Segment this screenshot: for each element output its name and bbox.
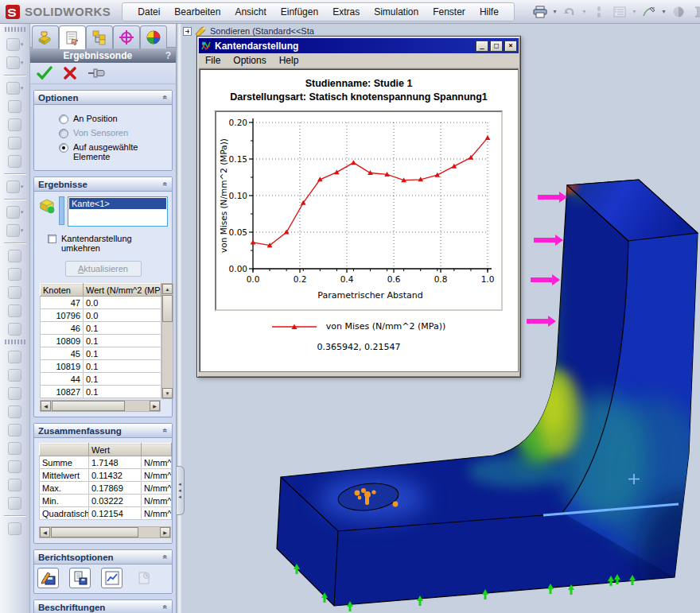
node-table-row[interactable]: 440.1: [41, 373, 161, 386]
summary-table-header[interactable]: [142, 444, 172, 456]
node-table-row[interactable]: 108190.1: [41, 360, 161, 373]
probe-chart-window[interactable]: Kantendarstellung _ □ × FileOptionsHelp …: [196, 36, 521, 378]
toolbar-icon[interactable]: [3, 283, 27, 301]
toolbar-icon[interactable]: [3, 97, 27, 115]
sketch-dropdown-caret[interactable]: ▾: [660, 2, 667, 21]
toolbar-drag-handle[interactable]: [5, 339, 25, 344]
toolbar-icon[interactable]: [3, 384, 27, 402]
toolbar-drag-handle[interactable]: [5, 27, 25, 32]
toolbar-icon[interactable]: ▾: [3, 203, 27, 221]
summary-table-hscrollbar[interactable]: ◀ ▶: [39, 526, 171, 538]
summary-table-row[interactable]: Max.0.17869N/mm^: [40, 482, 172, 495]
shaded-sphere-icon[interactable]: [669, 2, 688, 21]
texture-icon[interactable]: [690, 2, 700, 21]
window-titlebar[interactable]: Kantendarstellung _ □ ×: [199, 38, 519, 53]
node-table-row[interactable]: 450.1: [41, 347, 161, 360]
summary-table-header[interactable]: [40, 444, 89, 456]
toolbar-icon[interactable]: [3, 457, 27, 475]
options-dropdown-caret[interactable]: ▾: [631, 2, 638, 21]
toolbar-icon[interactable]: ▾: [3, 53, 27, 72]
toolbar-icon[interactable]: [3, 366, 27, 384]
node-table-hscrollbar[interactable]: ◀ ▶: [40, 400, 161, 412]
close-button[interactable]: ×: [504, 41, 517, 52]
node-table-header[interactable]: Knoten: [41, 284, 84, 297]
radio-option-0[interactable]: An Position: [59, 114, 168, 124]
reverse-edge-checkbox[interactable]: [48, 235, 56, 243]
toolbar-icon[interactable]: [3, 301, 27, 320]
window-menu-file[interactable]: File: [199, 53, 227, 68]
reverse-edge-checkbox-row[interactable]: Kantendarstellung umkehren: [48, 234, 168, 253]
radio-button[interactable]: [59, 114, 68, 124]
selected-entity[interactable]: Kante<1>: [69, 198, 166, 209]
feature-tree-item[interactable]: Sondieren (Standard<<Sta: [183, 25, 314, 37]
node-table-row[interactable]: 460.1: [41, 322, 161, 335]
summary-table-row[interactable]: Mittelwert0.11432N/mm^: [40, 469, 172, 482]
toolbar-icon[interactable]: [3, 439, 27, 457]
node-table-row[interactable]: 108090.1: [41, 335, 161, 347]
toolbar-icon[interactable]: ▾: [3, 221, 27, 239]
menu-item-simulation[interactable]: Simulation: [367, 5, 426, 19]
radio-option-2[interactable]: Auf ausgewählte Elemente: [59, 142, 168, 161]
summary-table-header[interactable]: Wert: [89, 444, 142, 456]
toolbar-icon[interactable]: [3, 320, 27, 338]
menu-item-ansicht[interactable]: Ansicht: [228, 5, 273, 19]
ok-button[interactable]: [37, 66, 52, 80]
tree-expand-icon[interactable]: [183, 27, 192, 36]
undo-dropdown-caret[interactable]: ▾: [581, 2, 588, 21]
minimize-button[interactable]: _: [476, 41, 488, 52]
toolbar-icon[interactable]: [3, 152, 27, 170]
update-button[interactable]: Aktualisieren: [65, 261, 142, 277]
toolbar-icon[interactable]: ▾: [3, 79, 27, 97]
node-table-row[interactable]: 107960.0: [41, 309, 161, 322]
toolbar-icon[interactable]: [3, 421, 27, 439]
graphics-viewport[interactable]: ◂◂◂ Sondieren (Standard<<Sta: [177, 24, 700, 613]
undo-icon[interactable]: [560, 2, 579, 21]
options-list-icon[interactable]: [610, 2, 629, 21]
toolbar-dropdown-caret[interactable]: ▾: [21, 41, 24, 48]
menu-item-datei[interactable]: Datei: [130, 5, 167, 19]
tab-configurationmanager[interactable]: [86, 25, 113, 48]
print-icon[interactable]: [531, 2, 550, 21]
node-table-row[interactable]: 470.0: [41, 297, 161, 309]
toolbar-dropdown-caret[interactable]: ▾: [21, 227, 24, 234]
cancel-button[interactable]: [63, 66, 77, 80]
tab-displaymanager[interactable]: [140, 25, 167, 48]
toolbar-icon[interactable]: ▾: [3, 35, 27, 53]
save-results-button[interactable]: [37, 568, 59, 588]
tab-featuremanager[interactable]: [32, 25, 59, 48]
toolbar-icon[interactable]: [3, 475, 27, 494]
toolbar-dropdown-caret[interactable]: ▾: [21, 209, 24, 215]
report-button[interactable]: [69, 568, 91, 588]
report-history-button[interactable]: [133, 568, 154, 588]
toolbar-dropdown-caret[interactable]: ▾: [21, 184, 24, 190]
select-tool-icon[interactable]: [589, 2, 609, 21]
toolbar-icon[interactable]: [3, 265, 27, 283]
menu-item-einfügen[interactable]: Einfügen: [274, 5, 325, 19]
panel-splitter-handle[interactable]: ◂◂◂: [177, 466, 185, 515]
help-icon[interactable]: ?: [165, 50, 176, 61]
toolbar-icon[interactable]: [3, 519, 27, 537]
tab-dimxpert[interactable]: [113, 25, 140, 48]
plot-results-button[interactable]: [101, 568, 122, 588]
radio-button[interactable]: [59, 143, 68, 153]
group-beschriftungen-header[interactable]: Beschriftungen «: [34, 600, 172, 613]
menu-item-bearbeiten[interactable]: Bearbeiten: [167, 5, 228, 19]
toolbar-dropdown-caret[interactable]: ▾: [21, 60, 24, 66]
menu-item-fenster[interactable]: Fenster: [426, 5, 472, 19]
summary-table-row[interactable]: Min.0.03222N/mm^: [40, 495, 172, 507]
maximize-button[interactable]: □: [490, 41, 503, 52]
node-table-vscrollbar[interactable]: ▲ ▼: [161, 283, 173, 399]
group-optionen-header[interactable]: Optionen «: [34, 91, 172, 105]
window-menu-help[interactable]: Help: [273, 53, 305, 68]
pin-button[interactable]: [88, 67, 107, 80]
group-zusammenfassung-header[interactable]: Zusammenfassung «: [34, 424, 172, 438]
group-berichtsoptionen-header[interactable]: Berichtsoptionen «: [34, 550, 172, 565]
node-table-row[interactable]: 108270.1: [41, 386, 161, 398]
sketch-icon[interactable]: [640, 2, 659, 21]
selection-listbox[interactable]: Kante<1>: [68, 196, 168, 227]
toolbar-dropdown-caret[interactable]: ▾: [21, 85, 24, 91]
toolbar-icon[interactable]: [3, 347, 27, 366]
toolbar-icon[interactable]: [3, 494, 27, 512]
tab-propertymanager[interactable]: [59, 25, 86, 49]
toolbar-icon[interactable]: [3, 115, 27, 134]
